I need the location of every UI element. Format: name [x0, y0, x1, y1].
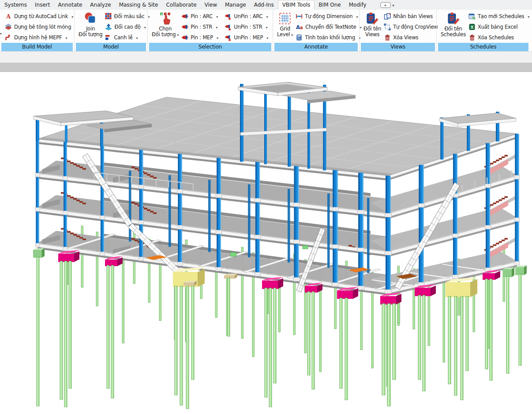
unpin-mep-button[interactable]: UnPin : MEP — [224, 32, 272, 42]
button-label: Pin : ARC — [191, 13, 213, 19]
panel-label-selection: Selection — [149, 43, 271, 51]
tab-collaborate[interactable]: Collaborate — [162, 0, 200, 10]
tab-view[interactable]: View — [201, 0, 221, 10]
dropdown-caret-icon — [265, 34, 268, 41]
unpin-icon — [225, 23, 232, 30]
ribbon-tab-bar: Systems Insert Annotate Analyze Massing … — [0, 0, 532, 10]
change-color-button[interactable]: Đổi màu sắc — [104, 11, 150, 21]
chevron-down-icon — [393, 2, 394, 8]
dropdown-caret-icon — [215, 34, 218, 41]
dropdown-caret-icon — [290, 31, 293, 38]
button-label: UnPin : ARC — [234, 13, 262, 19]
tab-insert[interactable]: Insert — [31, 0, 54, 10]
tab-bim-one[interactable]: BIM One — [315, 0, 345, 10]
auto-dimension-button[interactable]: Tự động Dimension — [295, 11, 362, 21]
button-label: Dựng hình hệ MEPF — [14, 34, 62, 41]
grid-level-icon — [278, 12, 292, 25]
panel-label-schedules: Schedules — [438, 43, 528, 51]
dropdown-caret-icon — [214, 24, 217, 30]
rename-schedules-button[interactable]: Đổi tên Schedules — [439, 11, 468, 43]
pin-icon — [181, 34, 188, 41]
build-mepf-button[interactable]: Dựng hình hệ MEPF — [4, 32, 74, 42]
structural-model-3d-view[interactable] — [0, 72, 532, 414]
view-toolbar-strip — [0, 63, 532, 72]
button-label: Dựng bê tông lót móng — [14, 24, 71, 30]
button-label: UnPin : STR — [234, 24, 262, 30]
calculator-icon — [296, 34, 303, 41]
dropdown-caret-icon — [70, 13, 73, 19]
options-bar — [0, 51, 532, 63]
button-label: Tự động Dimension — [305, 13, 352, 19]
button-label: Nhân bản Views — [393, 13, 433, 19]
button-label: Xuất bảng Excel — [478, 24, 517, 30]
button-label: Pin : STR — [191, 24, 212, 30]
tab-annotate[interactable]: Annotate — [54, 0, 86, 10]
tab-analyze[interactable]: Analyze — [86, 0, 115, 10]
trash-icon — [384, 34, 391, 41]
button-label: Xóa Schedules — [478, 34, 514, 41]
join-objects-icon — [84, 12, 97, 25]
duplicate-views-icon — [384, 13, 391, 20]
model-3d-viewport[interactable] — [0, 72, 532, 414]
svg-text:a: a — [300, 25, 303, 30]
button-label: Dựng từ AutoCad Link — [14, 13, 68, 19]
ribbon-display-toggle[interactable] — [380, 0, 394, 10]
delete-views-button[interactable]: Xóa Views — [383, 32, 438, 42]
unpin-arc-button[interactable]: UnPin : ARC — [224, 11, 272, 21]
button-label: Đối tượng — [79, 32, 102, 38]
auto-cropview-button[interactable]: Tự động CropView — [383, 22, 438, 32]
overflow-caret-icon[interactable]: ▾ — [0, 32, 2, 36]
new-schedules-button[interactable]: Tạo mới Schedules — [468, 11, 530, 21]
mepf-pipe-icon — [5, 34, 12, 41]
dropdown-caret-icon — [215, 13, 218, 19]
new-schedule-calendar-icon — [468, 13, 476, 20]
button-label: Đổi màu sắc — [114, 13, 144, 19]
select-objects-button[interactable]: Chọn Đối tượng — [150, 11, 180, 43]
panel-label-annotate: Annotate — [274, 43, 358, 51]
pin-arc-button[interactable]: Pin : ARC — [180, 11, 224, 21]
dimension-icon — [296, 13, 303, 20]
build-lean-concrete-button[interactable]: Dựng bê tông lót móng — [4, 22, 74, 32]
tab-add-ins[interactable]: Add-Ins — [250, 0, 278, 10]
pin-icon — [181, 23, 188, 30]
panel-build-model: A Dựng từ AutoCad Link Dựng bê tông lót … — [0, 10, 74, 51]
panel-selection: Chọn Đối tượng Pin : ARC Pin : STR Pin :… — [147, 10, 273, 51]
duplicate-views-button[interactable]: Nhân bản Views — [383, 11, 438, 21]
dropdown-caret-icon — [135, 34, 138, 41]
pin-str-button[interactable]: Pin : STR — [180, 22, 224, 32]
pin-mep-button[interactable]: Pin : MEP — [180, 32, 224, 42]
rename-views-button[interactable]: Đổi tên Views — [362, 11, 383, 43]
concrete-layers-icon — [5, 23, 12, 30]
elevation-arrow-icon — [105, 23, 112, 30]
delete-schedules-button[interactable]: Xóa Schedules — [468, 32, 530, 42]
grid-level-button[interactable]: Grid Level — [275, 11, 295, 43]
convert-textnote-button[interactable]: Aa Chuyển đổi TextNote — [295, 22, 362, 32]
trash-icon — [468, 34, 476, 41]
minimize-ribbon-icon — [380, 2, 391, 8]
tab-modify[interactable]: Modify — [345, 0, 371, 10]
crop-view-icon — [384, 23, 391, 30]
tab-manage[interactable]: Manage — [221, 0, 250, 10]
button-label: Tính toán khối lượng — [305, 34, 355, 41]
tab-systems[interactable]: Systems — [0, 0, 31, 10]
join-objects-button[interactable]: Join Đối tượng — [77, 11, 104, 43]
dropdown-caret-icon — [526, 13, 529, 19]
align-bars-icon — [105, 34, 112, 41]
change-elevation-button[interactable]: Đổi cao độ — [104, 22, 150, 32]
quantity-takeoff-button[interactable]: Tính toán khối lượng — [295, 32, 362, 42]
export-excel-button[interactable]: X Xuất bảng Excel — [468, 22, 530, 32]
unpin-icon — [225, 13, 232, 20]
svg-text:A: A — [6, 13, 11, 20]
tab-massing-site[interactable]: Massing & Site — [115, 0, 162, 10]
align-edge-button[interactable]: Canh lề — [104, 32, 150, 42]
unpin-str-button[interactable]: UnPin : STR — [224, 22, 272, 32]
build-from-autocad-link-button[interactable]: A Dựng từ AutoCad Link — [4, 11, 74, 21]
unpin-icon — [225, 34, 232, 41]
pin-icon — [181, 13, 188, 20]
dropdown-caret-icon — [265, 13, 268, 19]
excel-export-icon: X — [468, 23, 476, 30]
button-label: Chuyển đổi TextNote — [305, 24, 356, 30]
panel-label-views: Views — [361, 43, 435, 51]
tab-vbim-tools[interactable]: VBIM Tools — [278, 0, 315, 10]
rename-clipboard-icon — [447, 12, 460, 25]
